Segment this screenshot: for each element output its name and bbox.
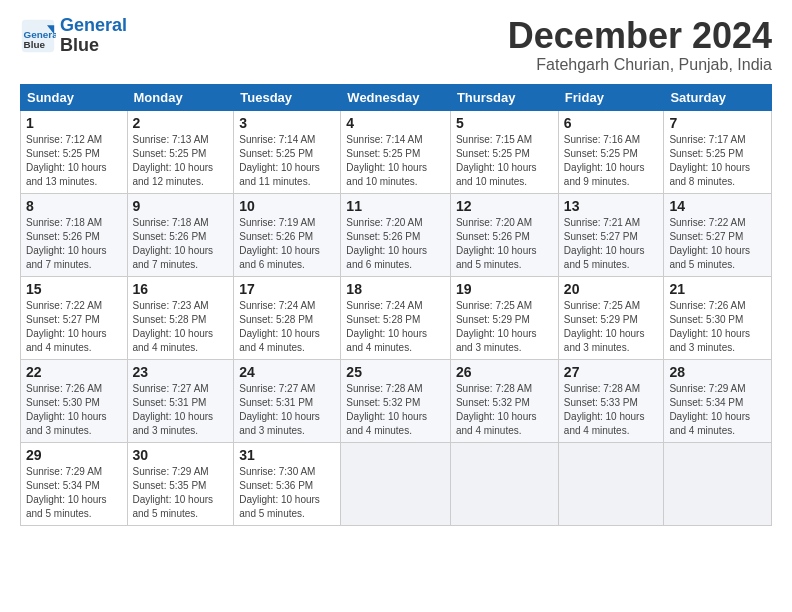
day-of-week-header: Tuesday (234, 84, 341, 110)
calendar-cell: 9Sunrise: 7:18 AMSunset: 5:26 PMDaylight… (127, 193, 234, 276)
day-info: Sunrise: 7:21 AMSunset: 5:27 PMDaylight:… (564, 216, 659, 272)
logo-icon: General Blue (20, 18, 56, 54)
day-number: 21 (669, 281, 766, 297)
day-info: Sunrise: 7:27 AMSunset: 5:31 PMDaylight:… (239, 382, 335, 438)
day-info: Sunrise: 7:23 AMSunset: 5:28 PMDaylight:… (133, 299, 229, 355)
day-of-week-header: Monday (127, 84, 234, 110)
calendar-cell: 22Sunrise: 7:26 AMSunset: 5:30 PMDayligh… (21, 359, 128, 442)
calendar-cell: 19Sunrise: 7:25 AMSunset: 5:29 PMDayligh… (450, 276, 558, 359)
day-info: Sunrise: 7:29 AMSunset: 5:34 PMDaylight:… (669, 382, 766, 438)
day-number: 8 (26, 198, 122, 214)
calendar-cell: 24Sunrise: 7:27 AMSunset: 5:31 PMDayligh… (234, 359, 341, 442)
day-of-week-header: Sunday (21, 84, 128, 110)
day-info: Sunrise: 7:28 AMSunset: 5:32 PMDaylight:… (346, 382, 445, 438)
calendar-cell: 28Sunrise: 7:29 AMSunset: 5:34 PMDayligh… (664, 359, 772, 442)
calendar-cell (341, 442, 451, 525)
day-number: 14 (669, 198, 766, 214)
day-info: Sunrise: 7:15 AMSunset: 5:25 PMDaylight:… (456, 133, 553, 189)
calendar-cell: 11Sunrise: 7:20 AMSunset: 5:26 PMDayligh… (341, 193, 451, 276)
day-number: 26 (456, 364, 553, 380)
day-number: 3 (239, 115, 335, 131)
month-title: December 2024 (508, 16, 772, 56)
calendar-cell: 21Sunrise: 7:26 AMSunset: 5:30 PMDayligh… (664, 276, 772, 359)
calendar-week-row: 29Sunrise: 7:29 AMSunset: 5:34 PMDayligh… (21, 442, 772, 525)
calendar-table: SundayMondayTuesdayWednesdayThursdayFrid… (20, 84, 772, 526)
calendar-header-row: SundayMondayTuesdayWednesdayThursdayFrid… (21, 84, 772, 110)
calendar-cell: 27Sunrise: 7:28 AMSunset: 5:33 PMDayligh… (558, 359, 664, 442)
day-info: Sunrise: 7:18 AMSunset: 5:26 PMDaylight:… (133, 216, 229, 272)
day-number: 5 (456, 115, 553, 131)
day-info: Sunrise: 7:29 AMSunset: 5:34 PMDaylight:… (26, 465, 122, 521)
calendar-week-row: 15Sunrise: 7:22 AMSunset: 5:27 PMDayligh… (21, 276, 772, 359)
calendar-week-row: 8Sunrise: 7:18 AMSunset: 5:26 PMDaylight… (21, 193, 772, 276)
day-number: 9 (133, 198, 229, 214)
day-number: 28 (669, 364, 766, 380)
day-info: Sunrise: 7:28 AMSunset: 5:33 PMDaylight:… (564, 382, 659, 438)
calendar-cell: 25Sunrise: 7:28 AMSunset: 5:32 PMDayligh… (341, 359, 451, 442)
day-info: Sunrise: 7:14 AMSunset: 5:25 PMDaylight:… (239, 133, 335, 189)
day-info: Sunrise: 7:26 AMSunset: 5:30 PMDaylight:… (669, 299, 766, 355)
calendar-cell: 16Sunrise: 7:23 AMSunset: 5:28 PMDayligh… (127, 276, 234, 359)
calendar-cell: 5Sunrise: 7:15 AMSunset: 5:25 PMDaylight… (450, 110, 558, 193)
calendar-cell: 12Sunrise: 7:20 AMSunset: 5:26 PMDayligh… (450, 193, 558, 276)
calendar-cell: 15Sunrise: 7:22 AMSunset: 5:27 PMDayligh… (21, 276, 128, 359)
day-info: Sunrise: 7:20 AMSunset: 5:26 PMDaylight:… (346, 216, 445, 272)
day-info: Sunrise: 7:18 AMSunset: 5:26 PMDaylight:… (26, 216, 122, 272)
calendar-cell: 7Sunrise: 7:17 AMSunset: 5:25 PMDaylight… (664, 110, 772, 193)
day-info: Sunrise: 7:17 AMSunset: 5:25 PMDaylight:… (669, 133, 766, 189)
calendar-cell: 8Sunrise: 7:18 AMSunset: 5:26 PMDaylight… (21, 193, 128, 276)
day-number: 1 (26, 115, 122, 131)
day-info: Sunrise: 7:22 AMSunset: 5:27 PMDaylight:… (669, 216, 766, 272)
day-number: 10 (239, 198, 335, 214)
day-number: 18 (346, 281, 445, 297)
day-info: Sunrise: 7:26 AMSunset: 5:30 PMDaylight:… (26, 382, 122, 438)
day-number: 4 (346, 115, 445, 131)
day-number: 2 (133, 115, 229, 131)
day-info: Sunrise: 7:28 AMSunset: 5:32 PMDaylight:… (456, 382, 553, 438)
day-number: 7 (669, 115, 766, 131)
calendar-cell: 4Sunrise: 7:14 AMSunset: 5:25 PMDaylight… (341, 110, 451, 193)
day-number: 31 (239, 447, 335, 463)
calendar-cell: 17Sunrise: 7:24 AMSunset: 5:28 PMDayligh… (234, 276, 341, 359)
logo: General Blue General Blue (20, 16, 127, 56)
calendar-cell: 30Sunrise: 7:29 AMSunset: 5:35 PMDayligh… (127, 442, 234, 525)
day-info: Sunrise: 7:30 AMSunset: 5:36 PMDaylight:… (239, 465, 335, 521)
day-info: Sunrise: 7:20 AMSunset: 5:26 PMDaylight:… (456, 216, 553, 272)
day-of-week-header: Saturday (664, 84, 772, 110)
day-number: 12 (456, 198, 553, 214)
title-area: December 2024 Fatehgarh Churian, Punjab,… (508, 16, 772, 74)
calendar-cell (558, 442, 664, 525)
day-number: 15 (26, 281, 122, 297)
calendar-cell: 3Sunrise: 7:14 AMSunset: 5:25 PMDaylight… (234, 110, 341, 193)
logo-text: General Blue (60, 16, 127, 56)
day-number: 16 (133, 281, 229, 297)
day-number: 6 (564, 115, 659, 131)
calendar-body: 1Sunrise: 7:12 AMSunset: 5:25 PMDaylight… (21, 110, 772, 525)
day-info: Sunrise: 7:12 AMSunset: 5:25 PMDaylight:… (26, 133, 122, 189)
day-number: 24 (239, 364, 335, 380)
day-number: 11 (346, 198, 445, 214)
day-number: 19 (456, 281, 553, 297)
day-number: 22 (26, 364, 122, 380)
day-number: 23 (133, 364, 229, 380)
calendar-cell: 31Sunrise: 7:30 AMSunset: 5:36 PMDayligh… (234, 442, 341, 525)
day-info: Sunrise: 7:27 AMSunset: 5:31 PMDaylight:… (133, 382, 229, 438)
day-info: Sunrise: 7:25 AMSunset: 5:29 PMDaylight:… (564, 299, 659, 355)
day-of-week-header: Friday (558, 84, 664, 110)
day-info: Sunrise: 7:25 AMSunset: 5:29 PMDaylight:… (456, 299, 553, 355)
location-title: Fatehgarh Churian, Punjab, India (508, 56, 772, 74)
header: General Blue General Blue December 2024 … (20, 16, 772, 74)
day-number: 25 (346, 364, 445, 380)
calendar-cell: 14Sunrise: 7:22 AMSunset: 5:27 PMDayligh… (664, 193, 772, 276)
day-number: 20 (564, 281, 659, 297)
svg-text:Blue: Blue (24, 38, 46, 49)
calendar-cell: 26Sunrise: 7:28 AMSunset: 5:32 PMDayligh… (450, 359, 558, 442)
day-info: Sunrise: 7:22 AMSunset: 5:27 PMDaylight:… (26, 299, 122, 355)
calendar-week-row: 22Sunrise: 7:26 AMSunset: 5:30 PMDayligh… (21, 359, 772, 442)
calendar-cell: 18Sunrise: 7:24 AMSunset: 5:28 PMDayligh… (341, 276, 451, 359)
day-info: Sunrise: 7:16 AMSunset: 5:25 PMDaylight:… (564, 133, 659, 189)
calendar-cell: 1Sunrise: 7:12 AMSunset: 5:25 PMDaylight… (21, 110, 128, 193)
day-info: Sunrise: 7:14 AMSunset: 5:25 PMDaylight:… (346, 133, 445, 189)
calendar-cell (450, 442, 558, 525)
day-info: Sunrise: 7:13 AMSunset: 5:25 PMDaylight:… (133, 133, 229, 189)
